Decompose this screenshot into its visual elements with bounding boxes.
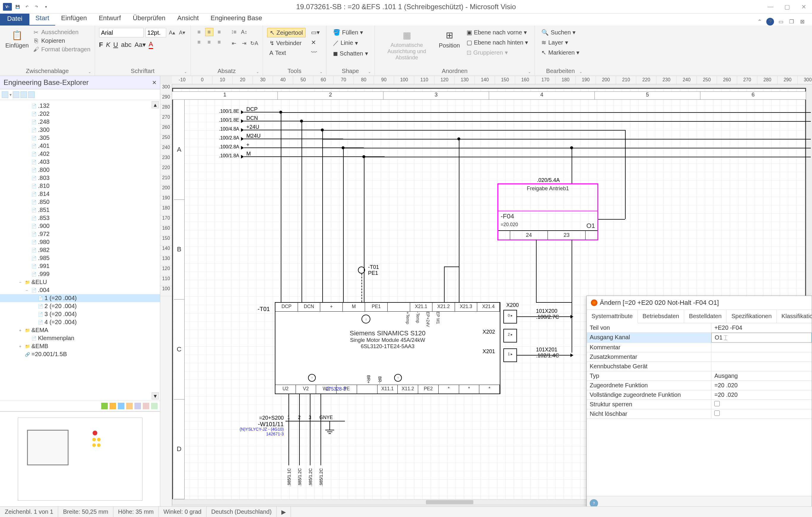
undo-button[interactable]: ↶ <box>23 3 31 11</box>
scrollbar-thumb[interactable] <box>426 500 473 504</box>
tree-item[interactable]: 📄.850 <box>0 198 160 206</box>
bullets-button[interactable]: ⁝≡ <box>230 28 238 36</box>
close-button[interactable]: ✕ <box>795 0 812 13</box>
status-page[interactable]: Zeichenbl. 1 von 1 <box>0 507 58 517</box>
text-direction-button[interactable]: A↕ <box>240 28 249 36</box>
tree-item[interactable]: 📄2 (=20 .004) <box>0 302 160 310</box>
window-close-icon[interactable]: ⊠ <box>799 18 806 26</box>
text-tool[interactable]: AText <box>267 49 306 57</box>
strikethrough-button[interactable]: abc <box>121 41 132 49</box>
ribbon-collapse-icon[interactable]: ⌃ <box>756 18 763 26</box>
file-tab[interactable]: Datei <box>0 12 29 26</box>
freeform-tool[interactable]: 〰 <box>309 48 322 57</box>
bt-7[interactable] <box>151 403 157 409</box>
line-button[interactable]: ／Linie ▾ <box>330 38 370 48</box>
delete-tool[interactable]: ✕ <box>309 38 322 47</box>
tree-item[interactable]: 📄.305 <box>0 134 160 142</box>
dialog-tab[interactable]: Bestelldaten <box>684 310 727 323</box>
tree-item[interactable]: 📄.972 <box>0 230 160 238</box>
font-name-combo[interactable] <box>99 28 144 37</box>
property-row[interactable]: Ausgang KanalO1⌶ <box>587 333 812 343</box>
bt-3[interactable] <box>118 403 124 409</box>
f04-device[interactable]: .020/5.4A Freigabe Antrieb1 -F04 =20.020… <box>497 183 598 240</box>
dialog-title-bar[interactable]: Ändern [=20 +E20 020 Not-Halt -F04 O1] <box>587 296 812 310</box>
property-row[interactable]: Teil von+E20 -F04 <box>587 323 812 333</box>
tree-item[interactable]: 🔗=20.001/1.5B <box>0 350 160 358</box>
italic-button[interactable]: K <box>106 41 110 49</box>
dialog-tab[interactable]: Spezifikationen <box>727 310 777 323</box>
increase-indent[interactable]: ⇥ <box>240 39 249 48</box>
underline-button[interactable]: U <box>113 41 118 49</box>
property-row[interactable]: TypAusgang <box>587 371 812 381</box>
position-button[interactable]: ⊞ Position <box>438 28 461 50</box>
align-mid-right[interactable]: ≡ <box>215 38 224 46</box>
tree-item[interactable]: 📄.132 <box>0 102 160 110</box>
property-row[interactable]: Kennbuchstabe Gerät <box>587 362 812 371</box>
bt-5[interactable] <box>135 403 141 409</box>
shadow-button[interactable]: ◼Schatten ▾ <box>330 49 370 58</box>
rectangle-tool[interactable]: ▭▾ <box>309 28 322 37</box>
explorer-tool-3[interactable] <box>21 91 27 98</box>
status-language[interactable]: Deutsch (Deutschland) <box>207 507 277 517</box>
hint-icon[interactable]: ? <box>590 499 598 506</box>
tree-item[interactable]: 📄.803 <box>0 174 160 182</box>
tree-item[interactable]: 📄.985 <box>0 254 160 262</box>
font-size-combo[interactable] <box>145 28 166 37</box>
property-row[interactable]: Zugeordnete Funktion=20 .020 <box>587 381 812 390</box>
shrink-font-button[interactable]: A▾ <box>178 28 186 37</box>
tree-item[interactable]: 📄.800 <box>0 166 160 174</box>
dialog-tab[interactable]: Betriebsdaten <box>638 310 684 323</box>
layer-button[interactable]: ≋Layer ▾ <box>539 38 582 47</box>
window-restore-icon[interactable]: ❐ <box>788 18 795 26</box>
fill-button[interactable]: 🪣Füllen ▾ <box>330 28 370 37</box>
bold-button[interactable]: F <box>99 41 103 49</box>
bt-6[interactable] <box>143 403 149 409</box>
tree-item[interactable]: 📄.248 <box>0 118 160 126</box>
tree-item[interactable]: 📄1 (=20 .004) <box>0 294 160 302</box>
explorer-close-icon[interactable]: × <box>152 78 156 87</box>
tree-item[interactable]: 📄.814 <box>0 190 160 198</box>
property-row[interactable]: Nicht löschbar <box>587 409 812 419</box>
bt-1[interactable] <box>101 403 108 409</box>
align-top-right[interactable]: ≡ <box>215 28 224 36</box>
property-row[interactable]: Kommentar <box>587 343 812 352</box>
tree-item[interactable]: 📄.980 <box>0 238 160 246</box>
find-button[interactable]: 🔍Suchen ▾ <box>539 28 582 37</box>
tree-item[interactable]: 📄.202 <box>0 110 160 118</box>
dialog-tab[interactable]: Klassifikation <box>777 310 812 323</box>
property-row[interactable]: Vollständige zugeordnete Funktion=20 .02… <box>587 390 812 400</box>
tree-item[interactable]: 📄.991 <box>0 262 160 270</box>
connector-tool[interactable]: ↯Verbinder <box>267 38 306 48</box>
explorer-tool-2[interactable] <box>13 91 19 98</box>
align-top-center[interactable]: ≡ <box>205 28 213 36</box>
tree-item[interactable]: 📄.810 <box>0 182 160 190</box>
cut-button[interactable]: ✂Ausschneiden <box>33 28 90 36</box>
case-button[interactable]: Aa▾ <box>135 41 146 49</box>
paste-button[interactable]: 📋 Einfügen <box>4 28 30 50</box>
pointer-tool[interactable]: ↖Zeigertool <box>267 28 306 37</box>
tree-item[interactable]: 📄.982 <box>0 246 160 254</box>
tree-item[interactable]: 📄.999 <box>0 270 160 278</box>
rotate-text[interactable]: ↻A <box>250 39 259 48</box>
send-backward-button[interactable]: ▢Ebene nach hinten ▾ <box>464 38 531 47</box>
copy-button[interactable]: ⎘Kopieren <box>33 36 90 45</box>
drawing-canvas[interactable]: -100102030405060708090100110120130140150… <box>160 76 812 506</box>
tree-item[interactable]: 📄Klemmenplan <box>0 334 160 342</box>
tree-item[interactable]: −📁&ELU <box>0 278 160 286</box>
tree-item[interactable]: −📄.004 <box>0 286 160 294</box>
bt-4[interactable] <box>126 403 133 409</box>
tree-item[interactable]: 📄4 (=20 .004) <box>0 318 160 326</box>
maximize-button[interactable]: ▢ <box>779 0 795 13</box>
tree-item[interactable]: 📄3 (=20 .004) <box>0 310 160 318</box>
tree-item[interactable]: 📄.851 <box>0 206 160 214</box>
tree-item[interactable]: 📄.403 <box>0 158 160 166</box>
status-macro-icon[interactable]: ▶ <box>277 507 291 517</box>
tree-item[interactable]: 📄.402 <box>0 150 160 158</box>
qat-dropdown[interactable]: ▾ <box>42 3 50 11</box>
tree-scroll-up[interactable]: ▴ <box>152 101 159 108</box>
bring-forward-button[interactable]: ▣Ebene nach vorne ▾ <box>464 28 531 37</box>
tree-item[interactable]: 📄.300 <box>0 126 160 134</box>
explorer-tool-4[interactable] <box>28 91 35 98</box>
explorer-tree[interactable]: ▴ ▾ 📄.132📄.202📄.248📄.300📄.305📄.401📄.402📄… <box>0 100 160 401</box>
tree-scroll-down[interactable]: ▾ <box>152 392 159 400</box>
